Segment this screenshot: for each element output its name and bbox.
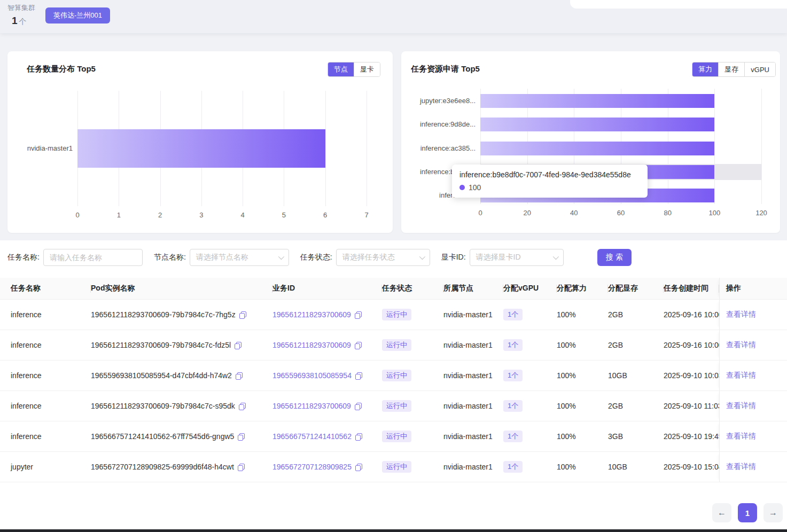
toggle-gpu-card[interactable]: 显卡 <box>354 62 380 76</box>
vgpu-badge: 1个 <box>503 461 523 473</box>
task-name-input[interactable] <box>43 249 143 266</box>
status-cell: 运行中 <box>382 452 443 482</box>
pod-name-cell: 1965672707128909825-69999d6f48-h4cwt <box>91 452 272 482</box>
business-id-link[interactable]: 1965612118293700609 <box>272 310 351 319</box>
memory-cell: 10GB <box>608 361 664 390</box>
column-header: 分配算力 <box>557 278 608 299</box>
node-cell: nvidia-master1 <box>443 452 503 482</box>
charts-row: 任务数量分布 Top5 节点显卡 01234567nvidia-master1 … <box>7 51 780 233</box>
x-axis-tick: 40 <box>570 209 578 217</box>
copy-icon[interactable] <box>235 372 243 380</box>
resource-request-chart-toggle-group: 算力显存vGPU <box>692 62 776 77</box>
action-cell: 查看详情 <box>719 452 787 482</box>
view-details-link[interactable]: 查看详情 <box>726 432 756 441</box>
filter-group-task-name: 任务名称: <box>7 249 143 266</box>
business-id-link[interactable]: 1965672707128909825 <box>272 463 352 471</box>
copy-icon[interactable] <box>239 311 247 319</box>
view-details-link[interactable]: 查看详情 <box>726 340 756 350</box>
prev-page-button[interactable]: ← <box>712 503 731 522</box>
business-id-cell: 1965667571241410562 <box>272 421 382 451</box>
node-cell: nvidia-master1 <box>443 391 503 421</box>
copy-icon[interactable] <box>354 402 362 410</box>
copy-icon[interactable] <box>354 311 362 319</box>
grid-line <box>367 91 367 206</box>
pod-name-text: 1965612118293700609-79b7984c7c-fdz5l <box>91 341 231 349</box>
copy-icon[interactable] <box>237 433 245 441</box>
task-name-cell: jupyter <box>0 452 91 482</box>
toggle-memory[interactable]: 显存 <box>718 62 744 76</box>
business-id-link[interactable]: 1965612118293700609 <box>272 341 351 349</box>
created-time-cell: 2025-09-10 15:04 <box>664 452 719 482</box>
compute-cell: 100% <box>557 421 608 451</box>
status-badge: 运行中 <box>382 431 411 442</box>
cluster-tag-button[interactable]: 英伟达-兰州001 <box>45 7 110 24</box>
vgpu-cell: 1个 <box>503 421 557 451</box>
column-header: 分配显存 <box>608 278 664 299</box>
next-page-button[interactable]: → <box>763 503 783 522</box>
x-axis-tick: 6 <box>323 211 327 219</box>
column-header: 任务名称 <box>0 278 91 299</box>
vgpu-cell: 1个 <box>503 300 557 330</box>
column-header: 所属节点 <box>443 278 503 299</box>
filter-group-node-name: 节点名称:请选择节点名称 <box>154 249 289 266</box>
pod-name-text: 1965612118293700609-79b7984c7c-7hg5z <box>91 310 236 319</box>
gpu-id-select-placeholder: 请选择显卡ID <box>476 253 521 262</box>
toggle-vgpu[interactable]: vGPU <box>744 62 775 76</box>
view-details-link[interactable]: 查看详情 <box>726 401 756 411</box>
gpu-id-select[interactable]: 请选择显卡ID <box>470 249 564 266</box>
vgpu-badge: 1个 <box>503 400 523 412</box>
view-details-link[interactable]: 查看详情 <box>726 462 756 472</box>
chart-bar[interactable] <box>77 129 325 168</box>
cluster-count-label: 智算集群 <box>7 3 35 13</box>
status-cell: 运行中 <box>382 361 443 390</box>
copy-icon[interactable] <box>238 402 246 410</box>
business-id-link[interactable]: 1965612118293700609 <box>272 402 351 410</box>
view-details-link[interactable]: 查看详情 <box>726 310 756 319</box>
toggle-node[interactable]: 节点 <box>328 62 354 76</box>
task-name-cell: inference <box>0 361 91 390</box>
x-axis-tick: 0 <box>478 209 482 217</box>
status-badge: 运行中 <box>382 400 411 412</box>
task-name-cell: inference <box>0 330 91 360</box>
status-cell: 运行中 <box>382 330 443 360</box>
task-status-select[interactable]: 请选择任务状态 <box>336 249 430 266</box>
copy-icon[interactable] <box>355 372 363 380</box>
copy-icon[interactable] <box>355 463 363 471</box>
topbar: 智算集群 1个 英伟达-兰州001 <box>0 0 787 33</box>
column-header: 分配vGPU <box>503 278 557 299</box>
business-id-link[interactable]: 1965596938105085954 <box>272 371 352 380</box>
pod-name-text: 1965667571241410562-67ff7545d6-gngw5 <box>91 432 234 441</box>
vgpu-cell: 1个 <box>503 452 557 482</box>
pod-name-cell: 1965612118293700609-79b7984c7c-7hg5z <box>91 300 272 330</box>
chart-bar[interactable] <box>480 94 714 108</box>
copy-icon[interactable] <box>355 433 363 441</box>
memory-cell: 3GB <box>608 421 664 451</box>
node-cell: nvidia-master1 <box>443 361 503 390</box>
chart-bar[interactable] <box>480 118 714 131</box>
page-1-button[interactable]: 1 <box>738 503 757 522</box>
y-axis-label: nvidia-master1 <box>2 143 73 154</box>
chart-tooltip: inference:b9e8df0c-7007-4fed-984e-9ed384… <box>452 165 648 198</box>
compute-cell: 100% <box>557 391 608 421</box>
table-row: jupyter1965672707128909825-69999d6f48-h4… <box>0 452 787 482</box>
tooltip-value: 100 <box>469 183 481 192</box>
business-id-cell: 1965612118293700609 <box>272 391 382 421</box>
view-details-link[interactable]: 查看详情 <box>726 371 756 380</box>
action-cell: 查看详情 <box>719 391 787 421</box>
copy-icon[interactable] <box>234 341 242 349</box>
search-button[interactable]: 搜 索 <box>597 249 632 266</box>
y-axis-label: jupyter:e3e6ee8... <box>405 96 476 106</box>
x-axis-tick: 20 <box>523 209 531 217</box>
copy-icon[interactable] <box>237 463 245 471</box>
business-id-link[interactable]: 1965667571241410562 <box>272 432 352 441</box>
memory-cell: 2GB <box>608 391 664 421</box>
gpu-id-label: 显卡ID: <box>441 253 466 262</box>
column-header: Pod实例名称 <box>91 278 272 299</box>
chart-bar[interactable] <box>480 142 714 155</box>
toggle-compute[interactable]: 算力 <box>692 62 718 76</box>
resource-request-chart-title: 任务资源申请 Top5 <box>411 64 480 74</box>
filter-group-gpu-id: 显卡ID:请选择显卡ID <box>441 249 564 266</box>
copy-icon[interactable] <box>354 341 362 349</box>
node-name-select[interactable]: 请选择节点名称 <box>190 249 289 266</box>
status-badge: 运行中 <box>382 339 411 351</box>
